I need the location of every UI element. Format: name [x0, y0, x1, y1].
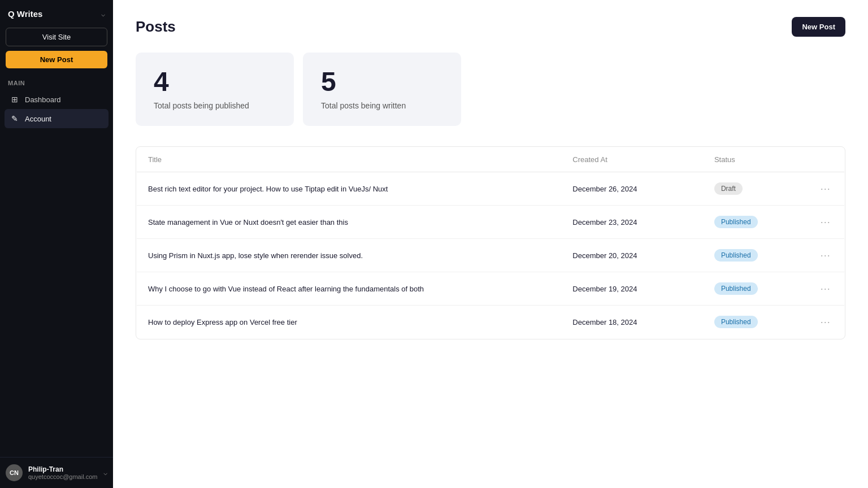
- status-badge: Draft: [714, 182, 743, 195]
- page-title: Posts: [136, 18, 176, 36]
- table-row: Using Prism in Nuxt.js app, lose style w…: [137, 239, 845, 272]
- post-created-at: December 26, 2024: [561, 172, 703, 206]
- post-status: Published: [703, 272, 809, 306]
- post-status: Published: [703, 206, 809, 239]
- post-status: Published: [703, 239, 809, 272]
- sidebar-section-main: Main: [0, 75, 113, 90]
- visit-site-button[interactable]: Visit Site: [6, 28, 107, 46]
- footer-user-info: Philip-Tran quyetcoccoc@gmail.com: [28, 465, 98, 480]
- post-status: Draft: [703, 172, 809, 206]
- new-post-button[interactable]: New Post: [792, 17, 845, 37]
- status-badge: Published: [714, 282, 758, 295]
- stat-card-written: 5 Total posts being written: [303, 53, 461, 126]
- post-title: Best rich text editor for your project. …: [137, 172, 562, 206]
- sidebar-item-dashboard[interactable]: ⊞ Dashboard: [5, 90, 108, 109]
- post-actions[interactable]: ···: [809, 239, 845, 272]
- sidebar-header[interactable]: Q Writes ⌵: [0, 0, 113, 28]
- sidebar: Q Writes ⌵ Visit Site New Post Main ⊞ Da…: [0, 0, 113, 488]
- stat-label-written: Total posts being written: [321, 101, 443, 110]
- table-row: Best rich text editor for your project. …: [137, 172, 845, 206]
- sidebar-nav: ⊞ Dashboard ✎ Account: [0, 90, 113, 128]
- stat-number-published: 4: [154, 68, 276, 95]
- more-options-icon[interactable]: ···: [821, 250, 831, 261]
- column-actions: [809, 147, 845, 172]
- stat-number-written: 5: [321, 68, 443, 95]
- footer-chevron-icon: ⌵: [103, 469, 107, 477]
- sidebar-item-account[interactable]: ✎ Account: [5, 109, 108, 128]
- account-icon: ✎: [10, 114, 19, 123]
- stats-row: 4 Total posts being published 5 Total po…: [136, 53, 845, 126]
- more-options-icon[interactable]: ···: [821, 316, 831, 328]
- post-title: State management in Vue or Nuxt doesn't …: [137, 206, 562, 239]
- post-actions[interactable]: ···: [809, 272, 845, 306]
- post-created-at: December 18, 2024: [561, 306, 703, 339]
- post-title: Using Prism in Nuxt.js app, lose style w…: [137, 239, 562, 272]
- post-created-at: December 19, 2024: [561, 272, 703, 306]
- sidebar-item-account-label: Account: [25, 115, 51, 123]
- more-options-icon[interactable]: ···: [821, 283, 831, 294]
- post-actions[interactable]: ···: [809, 306, 845, 339]
- posts-table: Title Created At Status Best rich text e…: [136, 147, 845, 339]
- table-row: State management in Vue or Nuxt doesn't …: [137, 206, 845, 239]
- table-header-row: Title Created At Status: [137, 147, 845, 172]
- new-post-sidebar-button[interactable]: New Post: [6, 51, 107, 68]
- sidebar-buttons: Visit Site New Post: [0, 28, 113, 75]
- main-content: Posts New Post 4 Total posts being publi…: [113, 0, 868, 488]
- post-title: How to deploy Express app on Vercel free…: [137, 306, 562, 339]
- column-title: Title: [137, 147, 562, 172]
- dashboard-icon: ⊞: [10, 95, 19, 104]
- stat-label-published: Total posts being published: [154, 101, 276, 110]
- table-row: Why I choose to go with Vue instead of R…: [137, 272, 845, 306]
- post-title: Why I choose to go with Vue instead of R…: [137, 272, 562, 306]
- post-created-at: December 20, 2024: [561, 239, 703, 272]
- status-badge: Published: [714, 316, 758, 328]
- footer-user-name: Philip-Tran: [28, 465, 98, 473]
- post-status: Published: [703, 306, 809, 339]
- footer-user-email: quyetcoccoc@gmail.com: [28, 473, 98, 480]
- column-created-at: Created At: [561, 147, 703, 172]
- posts-table-wrapper: Title Created At Status Best rich text e…: [136, 146, 845, 339]
- sidebar-item-dashboard-label: Dashboard: [25, 95, 61, 104]
- brand-name: Q Writes: [8, 9, 42, 19]
- more-options-icon[interactable]: ···: [821, 216, 831, 228]
- chevron-down-icon: ⌵: [101, 10, 105, 18]
- sidebar-footer[interactable]: CN Philip-Tran quyetcoccoc@gmail.com ⌵: [0, 457, 113, 488]
- stat-card-published: 4 Total posts being published: [136, 53, 294, 126]
- post-created-at: December 23, 2024: [561, 206, 703, 239]
- page-header: Posts New Post: [136, 17, 845, 37]
- post-actions[interactable]: ···: [809, 206, 845, 239]
- post-actions[interactable]: ···: [809, 172, 845, 206]
- column-status: Status: [703, 147, 809, 172]
- status-badge: Published: [714, 249, 758, 262]
- avatar: CN: [6, 464, 23, 481]
- table-row: How to deploy Express app on Vercel free…: [137, 306, 845, 339]
- status-badge: Published: [714, 216, 758, 228]
- more-options-icon[interactable]: ···: [821, 183, 831, 194]
